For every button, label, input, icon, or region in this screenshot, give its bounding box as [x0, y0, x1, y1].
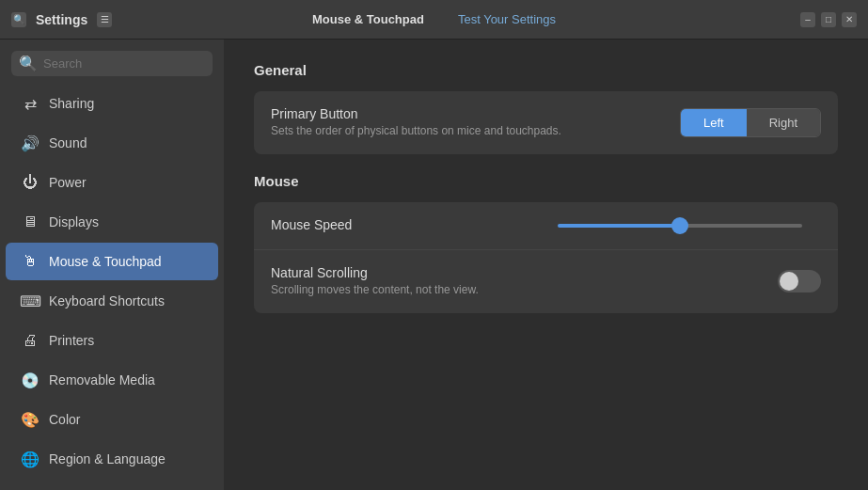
- sidebar-item-label: Keyboard Shortcuts: [49, 293, 165, 308]
- titlebar: 🔍 Settings ☰ Mouse & Touchpad Test Your …: [0, 0, 868, 40]
- mouse-speed-title: Mouse Speed: [271, 217, 558, 232]
- mouse-speed-slider[interactable]: [558, 224, 802, 228]
- sidebar-search: 🔍: [0, 45, 224, 84]
- primary-button-control: Left Right: [680, 108, 821, 137]
- sidebar-item-label: Removable Media: [49, 372, 155, 387]
- sharing-icon: ⇄: [21, 94, 39, 113]
- titlebar-center: Mouse & Touchpad Test Your Settings: [305, 8, 563, 30]
- sidebar-item-keyboard-shortcuts[interactable]: ⌨ Keyboard Shortcuts: [6, 282, 218, 320]
- search-bar[interactable]: 🔍: [11, 51, 213, 76]
- natural-scrolling-label: Natural Scrolling Scrolling moves the co…: [271, 265, 778, 298]
- natural-scrolling-desc: Scrolling moves the content, not the vie…: [271, 282, 778, 298]
- titlebar-left: 🔍 Settings ☰: [11, 12, 112, 27]
- app-title: Settings: [36, 12, 87, 27]
- slider-container: [558, 224, 821, 228]
- minimize-button[interactable]: –: [800, 12, 815, 27]
- tab-test-settings[interactable]: Test Your Settings: [450, 8, 563, 30]
- mouse-section-title: Mouse: [254, 173, 838, 189]
- natural-scrolling-row: Natural Scrolling Scrolling moves the co…: [254, 250, 838, 313]
- sidebar: 🔍 ⇄ Sharing 🔊 Sound ⏻ Power 🖥 Displays 🖱…: [0, 40, 224, 490]
- window-controls: – □ ✕: [800, 12, 857, 27]
- toggle-knob: [780, 272, 798, 291]
- natural-scrolling-control: [778, 270, 821, 292]
- color-icon: 🎨: [21, 410, 39, 429]
- keyboard-icon: ⌨: [21, 292, 39, 310]
- printers-icon: 🖨: [21, 331, 39, 350]
- menu-button[interactable]: ☰: [97, 12, 112, 27]
- sidebar-item-label: Displays: [49, 214, 99, 229]
- sidebar-item-removable-media[interactable]: 💿 Removable Media: [6, 361, 218, 399]
- sidebar-item-color[interactable]: 🎨 Color: [6, 401, 218, 438]
- displays-icon: 🖥: [21, 213, 39, 231]
- right-button[interactable]: Right: [747, 109, 820, 136]
- sidebar-item-label: Color: [49, 412, 80, 427]
- sidebar-item-displays[interactable]: 🖥 Displays: [6, 203, 218, 241]
- sidebar-item-label: Power: [49, 175, 87, 190]
- sidebar-item-label: Sound: [49, 135, 87, 150]
- mouse-speed-row: Mouse Speed: [254, 202, 838, 250]
- primary-button-label: Primary Button Sets the order of physica…: [271, 106, 680, 139]
- mouse-speed-control: [558, 224, 821, 228]
- sidebar-item-label: Mouse & Touchpad: [49, 254, 162, 269]
- app-body: 🔍 ⇄ Sharing 🔊 Sound ⏻ Power 🖥 Displays 🖱…: [0, 40, 868, 490]
- sidebar-item-power[interactable]: ⏻ Power: [6, 164, 218, 201]
- general-card: Primary Button Sets the order of physica…: [254, 91, 838, 154]
- search-button[interactable]: 🔍: [11, 12, 26, 27]
- tab-mouse-touchpad[interactable]: Mouse & Touchpad: [305, 8, 432, 30]
- sidebar-item-region-language[interactable]: 🌐 Region & Language: [6, 440, 218, 478]
- primary-button-row: Primary Button Sets the order of physica…: [254, 91, 838, 154]
- mouse-card: Mouse Speed Natural Scrolling Scrolling …: [254, 202, 838, 313]
- sidebar-item-label: Printers: [49, 333, 94, 348]
- sidebar-item-label: Region & Language: [49, 451, 166, 466]
- primary-button-group: Left Right: [680, 108, 821, 137]
- search-icon: 🔍: [13, 14, 24, 24]
- sidebar-item-sharing[interactable]: ⇄ Sharing: [6, 85, 218, 122]
- general-section-title: General: [254, 62, 838, 78]
- main-content: General Primary Button Sets the order of…: [224, 40, 868, 490]
- removable-media-icon: 💿: [21, 371, 39, 389]
- primary-button-title: Primary Button: [271, 106, 680, 121]
- sidebar-item-printers[interactable]: 🖨 Printers: [6, 322, 218, 359]
- sidebar-item-mouse-touchpad[interactable]: 🖱 Mouse & Touchpad: [6, 243, 218, 280]
- close-button[interactable]: ✕: [842, 12, 857, 27]
- left-button[interactable]: Left: [681, 109, 747, 136]
- sidebar-item-sound[interactable]: 🔊 Sound: [6, 124, 218, 162]
- mouse-icon: 🖱: [21, 252, 39, 271]
- mouse-speed-label: Mouse Speed: [271, 217, 558, 234]
- sidebar-item-universal-access[interactable]: ♿ Universal Access: [6, 480, 218, 490]
- sound-icon: 🔊: [21, 134, 39, 152]
- menu-icon: ☰: [101, 14, 109, 24]
- search-icon: 🔍: [19, 55, 38, 72]
- power-icon: ⏻: [21, 173, 39, 192]
- maximize-button[interactable]: □: [821, 12, 836, 27]
- primary-button-desc: Sets the order of physical buttons on mi…: [271, 123, 680, 139]
- search-input[interactable]: [43, 56, 205, 71]
- region-icon: 🌐: [21, 450, 39, 468]
- natural-scrolling-title: Natural Scrolling: [271, 265, 778, 280]
- natural-scrolling-toggle[interactable]: [778, 270, 821, 292]
- sidebar-item-label: Sharing: [49, 96, 94, 111]
